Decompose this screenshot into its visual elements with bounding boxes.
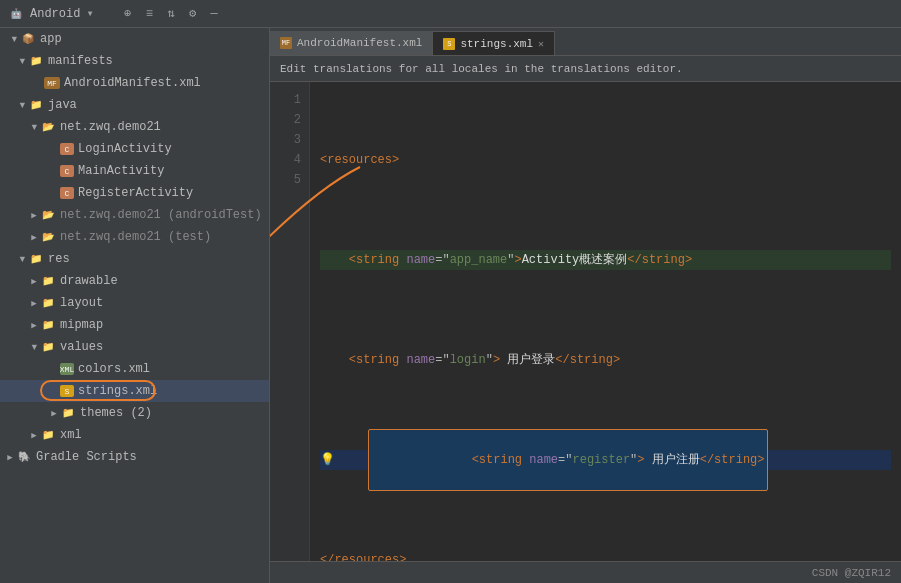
bracket-close-1: >: [392, 150, 399, 170]
title-platform: Android: [30, 7, 80, 21]
editor-container: 1 2 3 4 5 <resources> <string name=: [270, 82, 901, 561]
bracket-open-1: <: [320, 150, 327, 170]
sidebar-item-xml[interactable]: ▶ 📁 xml: [0, 424, 269, 446]
sidebar-item-test[interactable]: ▶ 📂 net.zwq.demo21 (test): [0, 226, 269, 248]
arrow-res: ▶: [17, 253, 28, 265]
tab-androidmanifest[interactable]: MF AndroidManifest.xml: [270, 31, 433, 55]
arrow-gradle: ▶: [4, 452, 16, 463]
sidebar-item-gradle[interactable]: ▶ 🐘 Gradle Scripts: [0, 446, 269, 468]
res-label: res: [48, 252, 70, 266]
sidebar-item-loginactivity[interactable]: ▶ C LoginActivity: [0, 138, 269, 160]
values-label: values: [60, 340, 103, 354]
java-folder-icon: 📁: [28, 98, 44, 112]
sidebar-item-res[interactable]: ▶ 📁 res: [0, 248, 269, 270]
colors-icon: XML: [60, 363, 74, 375]
sidebar-item-package-main[interactable]: ▶ 📂 net.zwq.demo21: [0, 116, 269, 138]
themes-icon: 📁: [60, 406, 76, 420]
manifests-folder-icon: 📁: [28, 54, 44, 68]
tab-strings-icon: S: [443, 38, 455, 50]
androidtest-icon: 📂: [40, 208, 56, 222]
sidebar-item-java[interactable]: ▶ 📁 java: [0, 94, 269, 116]
manifest-file-icon: MF: [44, 77, 60, 89]
app-label: app: [40, 32, 62, 46]
gradle-label: Gradle Scripts: [36, 450, 137, 464]
sidebar-item-strings[interactable]: ▶ S strings.xml: [0, 380, 269, 402]
status-bar: CSDN @ZQIR12: [270, 561, 901, 583]
line-num-4: 4: [270, 150, 309, 170]
arrow-drawable: ▶: [28, 276, 40, 287]
line-num-3: 3: [270, 130, 309, 150]
res-icon: 📁: [28, 252, 44, 266]
mainactivity-icon: C: [60, 165, 74, 177]
java-label: java: [48, 98, 77, 112]
android-icon: 🤖: [8, 6, 24, 22]
arrow-mipmap: ▶: [28, 320, 40, 331]
sidebar-item-colors[interactable]: ▶ XML colors.xml: [0, 358, 269, 380]
sidebar-item-layout[interactable]: ▶ 📁 layout: [0, 292, 269, 314]
strings-icon: S: [60, 385, 74, 397]
test-label: net.zwq.demo21 (test): [60, 230, 211, 244]
mipmap-label: mipmap: [60, 318, 103, 332]
title-bar: 🤖 Android ▾ ⊕ ≡ ⇅ ⚙ —: [0, 0, 901, 28]
loginactivity-icon: C: [60, 143, 74, 155]
sidebar-item-androidtest[interactable]: ▶ 📂 net.zwq.demo21 (androidTest): [0, 204, 269, 226]
sidebar-item-mipmap[interactable]: ▶ 📁 mipmap: [0, 314, 269, 336]
info-bar-text: Edit translations for all locales in the…: [280, 63, 683, 75]
strings-label: strings.xml: [78, 384, 157, 398]
arrow-androidtest: ▶: [28, 210, 40, 221]
tag-string-1: string: [356, 250, 406, 270]
code-editor[interactable]: 1 2 3 4 5 <resources> <string name=: [270, 82, 901, 561]
registeractivity-label: RegisterActivity: [78, 186, 193, 200]
tab-bar: MF AndroidManifest.xml S strings.xml ✕: [270, 28, 901, 56]
line-num-5: 5: [270, 170, 309, 190]
code-line-3: <string name="login"> 用户登录</string>: [320, 350, 891, 370]
androidmanifest-label: AndroidManifest.xml: [64, 76, 201, 90]
colors-label: colors.xml: [78, 362, 150, 376]
sidebar-item-values[interactable]: ▶ 📁 values: [0, 336, 269, 358]
themes-label: themes (2): [80, 406, 152, 420]
tab-strings[interactable]: S strings.xml ✕: [433, 31, 555, 55]
tab-manifest-label: AndroidManifest.xml: [297, 37, 422, 49]
manifests-label: manifests: [48, 54, 113, 68]
line-numbers: 1 2 3 4 5: [270, 82, 310, 561]
sidebar-item-themes[interactable]: ▶ 📁 themes (2): [0, 402, 269, 424]
arrow-app: ▶: [9, 33, 20, 45]
arrow-themes: ▶: [48, 408, 60, 419]
line-num-1: 1: [270, 90, 309, 110]
mipmap-icon: 📁: [40, 318, 56, 332]
code-content: <resources> <string name="app_name">Acti…: [310, 82, 901, 561]
values-icon: 📁: [40, 340, 56, 354]
line-num-2: 2: [270, 110, 309, 130]
layout-icon: 📁: [40, 296, 56, 310]
package-icon: 📂: [40, 120, 56, 134]
tab-strings-label: strings.xml: [460, 38, 533, 50]
arrow-xml: ▶: [28, 430, 40, 441]
loginactivity-label: LoginActivity: [78, 142, 172, 156]
xml-folder-icon: 📁: [40, 428, 56, 442]
sidebar-item-mainactivity[interactable]: ▶ C MainActivity: [0, 160, 269, 182]
sidebar-item-androidmanifest[interactable]: ▶ MF AndroidManifest.xml: [0, 72, 269, 94]
arrow-manifests: ▶: [17, 55, 28, 67]
layout-label: layout: [60, 296, 103, 310]
arrow-layout: ▶: [28, 298, 40, 309]
status-credit: CSDN @ZQIR12: [812, 567, 891, 579]
attr-name-1: name: [406, 250, 435, 270]
attr-value-1: app_name: [450, 250, 508, 270]
drawable-icon: 📁: [40, 274, 56, 288]
title-dropdown-arrow[interactable]: ▾: [86, 6, 93, 21]
tab-close-icon[interactable]: ✕: [538, 38, 544, 50]
app-icon: 📦: [20, 32, 36, 46]
mainactivity-label: MainActivity: [78, 164, 164, 178]
drawable-label: drawable: [60, 274, 118, 288]
arrow-java: ▶: [17, 99, 28, 111]
sidebar-item-drawable[interactable]: ▶ 📁 drawable: [0, 270, 269, 292]
sidebar-item-app[interactable]: ▶ 📦 app: [0, 28, 269, 50]
sidebar-item-manifests[interactable]: ▶ 📁 manifests: [0, 50, 269, 72]
package-main-label: net.zwq.demo21: [60, 120, 161, 134]
sidebar-item-registeractivity[interactable]: ▶ C RegisterActivity: [0, 182, 269, 204]
editor-area: MF AndroidManifest.xml S strings.xml ✕ E…: [270, 28, 901, 583]
title-bar-content: 🤖 Android ▾ ⊕ ≡ ⇅ ⚙ —: [8, 6, 218, 22]
xml-label: xml: [60, 428, 82, 442]
arrow-values: ▶: [29, 341, 40, 353]
code-line-4: 💡 <string name="register"> 用户注册</string>: [320, 450, 891, 470]
